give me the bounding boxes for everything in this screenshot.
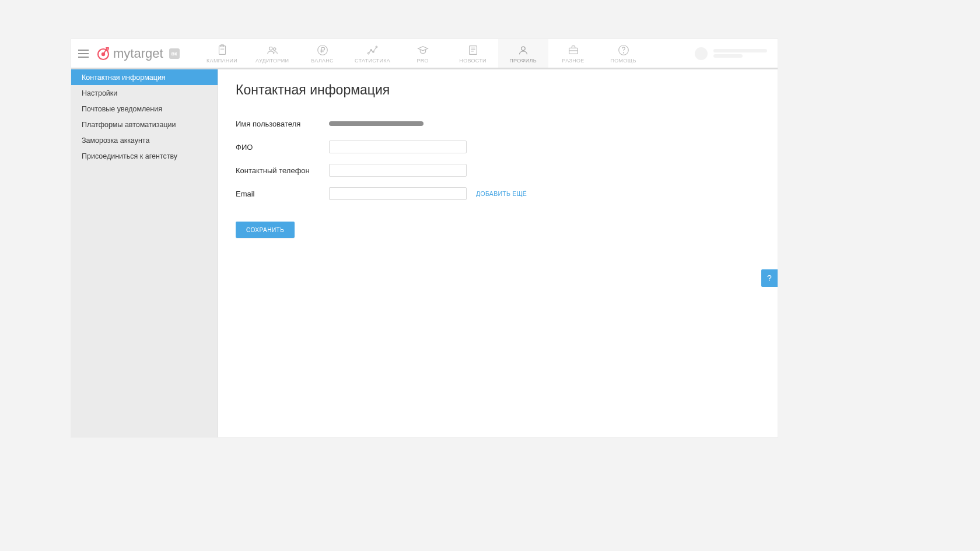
sidebar-item-label: Почтовые уведомления bbox=[82, 105, 162, 113]
nav-label: НОВОСТИ bbox=[459, 58, 486, 64]
nav-profile[interactable]: ПРОФИЛЬ bbox=[498, 39, 548, 68]
top-nav: КАМПАНИИ АУДИТОРИИ БАЛАНС СТАТИСТИКА bbox=[197, 39, 649, 68]
phone-input[interactable] bbox=[329, 164, 467, 177]
svg-point-11 bbox=[376, 46, 377, 48]
svg-point-6 bbox=[273, 47, 275, 50]
profile-icon bbox=[517, 44, 530, 57]
user-name-placeholder bbox=[713, 47, 767, 59]
header-left: mytarget вк bbox=[71, 39, 180, 68]
nav-news[interactable]: НОВОСТИ bbox=[448, 39, 498, 68]
sidebar-item-email-notifications[interactable]: Почтовые уведомления bbox=[71, 101, 218, 117]
hamburger-icon[interactable] bbox=[77, 47, 91, 61]
user-menu[interactable] bbox=[695, 39, 778, 68]
clipboard-icon bbox=[216, 44, 229, 57]
sidebar-item-join-agency[interactable]: Присоединиться к агентству bbox=[71, 148, 218, 164]
fullname-input[interactable] bbox=[329, 141, 467, 153]
sidebar-item-label: Присоединиться к агентству bbox=[82, 152, 177, 160]
chart-icon bbox=[366, 44, 379, 57]
main-content: Контактная информация Имя пользователя Ф… bbox=[218, 69, 778, 437]
svg-point-20 bbox=[623, 52, 624, 53]
sidebar: Контактная информация Настройки Почтовые… bbox=[71, 69, 218, 437]
sidebar-item-label: Контактная информация bbox=[82, 73, 166, 82]
brand-name: mytarget bbox=[113, 46, 163, 61]
row-fullname: ФИО bbox=[236, 135, 760, 159]
help-icon bbox=[617, 44, 630, 57]
nav-label: ПОМОЩЬ bbox=[611, 58, 636, 64]
nav-balance[interactable]: БАЛАНС bbox=[298, 39, 348, 68]
nav-label: БАЛАНС bbox=[311, 58, 334, 64]
nav-audiences[interactable]: АУДИТОРИИ bbox=[247, 39, 298, 68]
svg-point-16 bbox=[521, 47, 524, 50]
svg-point-5 bbox=[269, 47, 272, 50]
nav-label: ПРОФИЛЬ bbox=[509, 58, 537, 64]
nav-statistics[interactable]: СТАТИСТИКА bbox=[348, 39, 398, 68]
nav-campaigns[interactable]: КАМПАНИИ bbox=[197, 39, 247, 68]
username-label: Имя пользователя bbox=[236, 120, 329, 128]
nav-pro[interactable]: PRO bbox=[398, 39, 448, 68]
ruble-icon bbox=[316, 44, 329, 57]
floating-help-button[interactable]: ? bbox=[761, 269, 778, 287]
avatar bbox=[695, 47, 708, 60]
nav-help[interactable]: ПОМОЩЬ bbox=[598, 39, 649, 68]
nav-label: PRO bbox=[416, 58, 428, 64]
top-header: mytarget вк КАМПАНИИ АУДИТОРИИ bbox=[71, 39, 778, 69]
vk-badge: вк bbox=[169, 48, 180, 59]
nav-label: КАМПАНИИ bbox=[206, 58, 237, 64]
briefcase-icon bbox=[567, 44, 580, 57]
target-icon bbox=[96, 46, 111, 61]
add-more-email-link[interactable]: ДОБАВИТЬ ЕЩЁ bbox=[476, 190, 527, 197]
fullname-label: ФИО bbox=[236, 143, 329, 152]
graduation-icon bbox=[416, 44, 429, 57]
row-phone: Контактный телефон bbox=[236, 159, 760, 182]
users-icon bbox=[266, 44, 279, 57]
newspaper-icon bbox=[467, 44, 480, 57]
sidebar-item-freeze-account[interactable]: Заморозка аккаунта bbox=[71, 132, 218, 148]
brand-logo[interactable]: mytarget вк bbox=[96, 46, 180, 61]
sidebar-item-label: Платформы автоматизации bbox=[82, 121, 176, 129]
email-input[interactable] bbox=[329, 187, 467, 200]
nav-label: СТАТИСТИКА bbox=[355, 58, 390, 64]
sidebar-item-settings[interactable]: Настройки bbox=[71, 85, 218, 101]
sidebar-item-contact-info[interactable]: Контактная информация bbox=[71, 69, 218, 85]
email-label: Email bbox=[236, 189, 329, 198]
sidebar-item-automation-platforms[interactable]: Платформы автоматизации bbox=[71, 117, 218, 132]
username-value-redacted bbox=[329, 121, 424, 126]
sidebar-item-label: Настройки bbox=[82, 89, 117, 97]
row-username: Имя пользователя bbox=[236, 112, 760, 135]
page-title: Контактная информация bbox=[236, 82, 760, 98]
nav-label: РАЗНОЕ bbox=[562, 58, 584, 64]
app-window: mytarget вк КАМПАНИИ АУДИТОРИИ bbox=[71, 39, 778, 437]
row-email: Email ДОБАВИТЬ ЕЩЁ bbox=[236, 182, 760, 205]
nav-misc[interactable]: РАЗНОЕ bbox=[548, 39, 598, 68]
nav-label: АУДИТОРИИ bbox=[256, 58, 289, 64]
save-button[interactable]: СОХРАНИТЬ bbox=[236, 222, 295, 238]
app-body: Контактная информация Настройки Почтовые… bbox=[71, 69, 778, 437]
svg-rect-12 bbox=[469, 45, 477, 54]
phone-label: Контактный телефон bbox=[236, 166, 329, 175]
sidebar-item-label: Заморозка аккаунта bbox=[82, 136, 149, 145]
